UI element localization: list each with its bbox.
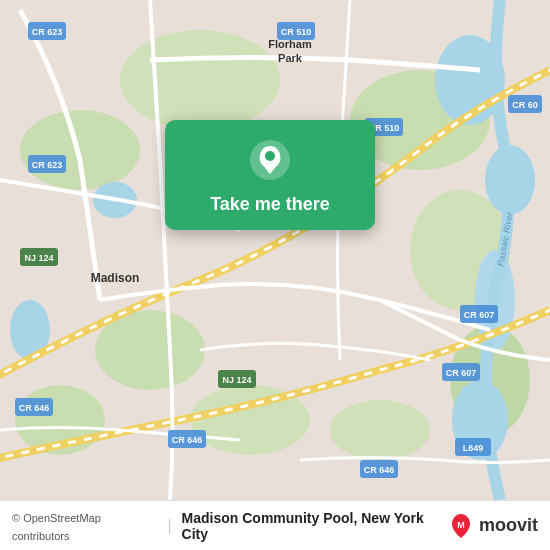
svg-text:L649: L649 <box>463 443 484 453</box>
svg-text:CR 607: CR 607 <box>446 368 477 378</box>
moovit-icon: M <box>447 512 475 540</box>
svg-text:M: M <box>457 520 465 530</box>
svg-text:Park: Park <box>278 52 303 64</box>
svg-text:Madison: Madison <box>91 271 140 285</box>
svg-text:CR 646: CR 646 <box>172 435 203 445</box>
svg-point-1 <box>20 110 140 190</box>
take-me-there-label: Take me there <box>210 194 330 216</box>
svg-text:NJ 124: NJ 124 <box>222 375 251 385</box>
svg-text:Florham: Florham <box>268 38 312 50</box>
svg-text:CR 60: CR 60 <box>512 100 538 110</box>
svg-point-49 <box>265 151 275 161</box>
svg-text:CR 646: CR 646 <box>19 403 50 413</box>
attribution: © OpenStreetMap contributors <box>12 508 157 544</box>
bottom-bar-info: © OpenStreetMap contributors | Madison C… <box>12 508 447 544</box>
bottom-bar: © OpenStreetMap contributors | Madison C… <box>0 500 550 550</box>
map-container: CR 623 CR 510 CR 60 CR 623 CR 510 NJ 124… <box>0 0 550 500</box>
attribution-text: © OpenStreetMap contributors <box>12 512 101 542</box>
map-svg: CR 623 CR 510 CR 60 CR 623 CR 510 NJ 124… <box>0 0 550 500</box>
moovit-logo: M moovit <box>447 512 538 540</box>
place-title: Madison Community Pool, New York City <box>182 510 447 542</box>
svg-text:CR 623: CR 623 <box>32 27 63 37</box>
moovit-brand-text: moovit <box>479 515 538 536</box>
svg-text:CR 623: CR 623 <box>32 160 63 170</box>
svg-text:CR 510: CR 510 <box>281 27 312 37</box>
take-me-there-card[interactable]: Take me there <box>165 120 375 230</box>
svg-text:CR 607: CR 607 <box>464 310 495 320</box>
location-pin-icon <box>248 138 292 182</box>
svg-point-9 <box>330 400 430 460</box>
svg-point-2 <box>120 30 280 130</box>
svg-text:NJ 124: NJ 124 <box>24 253 53 263</box>
svg-text:CR 646: CR 646 <box>364 465 395 475</box>
